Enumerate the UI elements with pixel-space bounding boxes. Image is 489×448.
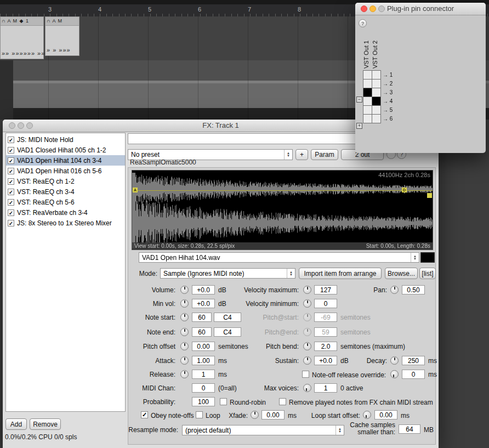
pitch-bend-field[interactable]: 2.0 bbox=[314, 342, 337, 351]
fx-enable-checkbox[interactable]: ✓ bbox=[8, 220, 14, 226]
pin-cell-out1-ch4[interactable] bbox=[363, 97, 372, 106]
pin-cell-out2-ch2[interactable] bbox=[372, 79, 381, 88]
pitch-end-label: Pitch@end: bbox=[178, 328, 299, 336]
pitch-bend-knob[interactable] bbox=[303, 342, 311, 350]
mode-dropdown-stepper-icon[interactable]: ▲▼ bbox=[287, 269, 295, 278]
pin-window-titlebar[interactable]: Plug-in pin connector bbox=[355, 3, 486, 15]
fx-chain-item[interactable]: ✓VST: ReaEQ ch 3-4 bbox=[6, 186, 125, 197]
fx-enable-checkbox[interactable]: ✓ bbox=[8, 209, 14, 216]
pin-cell-out2-ch6[interactable] bbox=[372, 114, 381, 123]
import-item-button[interactable]: Import item from arrange bbox=[299, 268, 382, 279]
noteoff-override-field[interactable]: 0 bbox=[402, 370, 425, 379]
pin-cell-out2-ch5[interactable] bbox=[372, 105, 381, 115]
max-voices-knob[interactable] bbox=[303, 384, 311, 392]
collapse-button[interactable]: − bbox=[356, 97, 362, 103]
list-button[interactable]: [list] bbox=[419, 268, 436, 279]
pitch-start-knob[interactable] bbox=[303, 313, 311, 321]
noteoff-override-knob[interactable] bbox=[390, 370, 399, 378]
pin-output-number: 4 bbox=[390, 98, 393, 104]
pin-cell-out1-ch3[interactable] bbox=[363, 88, 372, 97]
loop-start-knob[interactable] bbox=[363, 411, 371, 419]
fx-chain-item[interactable]: ✓JS: MIDI Note Hold bbox=[6, 134, 125, 145]
fx-enable-checkbox[interactable]: ✓ bbox=[8, 168, 14, 174]
fx-chain-item[interactable]: ✓VST: ReaVerbate ch 3-4 bbox=[6, 207, 125, 218]
loop-start-field[interactable]: 0.00 bbox=[374, 410, 397, 419]
fx-chain-item[interactable]: ✓VST: ReaEQ ch 5-6 bbox=[6, 197, 125, 207]
decay-field[interactable]: 250 bbox=[402, 356, 425, 365]
decay-knob[interactable] bbox=[390, 356, 399, 365]
fx-enable-checkbox[interactable]: ✓ bbox=[8, 189, 14, 195]
media-item[interactable]: ∩ A M » » »»» bbox=[45, 16, 79, 56]
close-icon[interactable] bbox=[9, 122, 15, 129]
waveform-canvas[interactable] bbox=[132, 171, 433, 249]
fx-enable-checkbox[interactable]: ✓ bbox=[8, 178, 14, 185]
fx-enable-checkbox[interactable]: ✓ bbox=[8, 199, 14, 206]
pin-output-number: 6 bbox=[390, 116, 393, 122]
zoom-icon[interactable] bbox=[26, 122, 33, 129]
fx-enable-checkbox[interactable]: ✓ bbox=[8, 137, 14, 143]
probability-field[interactable]: 100 bbox=[192, 397, 215, 406]
pitch-end-knob[interactable] bbox=[303, 328, 311, 336]
fx-chain-item-label: VST: ReaEQ ch 1-2 bbox=[17, 178, 75, 185]
minimize-icon[interactable] bbox=[18, 122, 24, 129]
pin-cell-out2-ch3[interactable] bbox=[372, 88, 381, 97]
expand-button[interactable]: + bbox=[356, 123, 362, 129]
mode-dropdown[interactable]: Sample (Ignores MIDI note)▲▼ bbox=[160, 268, 295, 279]
pitch-end-field[interactable]: 59 bbox=[314, 327, 337, 337]
fx-enable-checkbox[interactable]: ✓ bbox=[8, 157, 14, 164]
close-icon[interactable] bbox=[361, 5, 367, 12]
round-robin-checkbox[interactable] bbox=[220, 398, 227, 405]
zoom-icon[interactable] bbox=[378, 5, 385, 12]
pin-help-button[interactable]: ? bbox=[359, 19, 367, 27]
pin-output-label: → 6 bbox=[383, 116, 393, 122]
sample-color-swatch[interactable] bbox=[420, 252, 435, 263]
release-knob[interactable] bbox=[180, 370, 189, 378]
media-item[interactable]: ∩ A M ◆ 1 »» »»»»»» »» bbox=[0, 16, 44, 59]
pin-output-label: → 3 bbox=[383, 89, 393, 95]
mode-label: Mode: bbox=[37, 270, 157, 277]
remove-played-checkbox[interactable] bbox=[279, 398, 286, 405]
preset-stepper-icon[interactable]: ▲▼ bbox=[284, 150, 292, 160]
velocity-min-knob[interactable] bbox=[303, 299, 311, 308]
pin-cell-out2-ch4[interactable] bbox=[372, 97, 381, 106]
pan-knob[interactable] bbox=[390, 286, 399, 294]
release-field[interactable]: 1 bbox=[192, 370, 215, 379]
pitch-start-field[interactable]: -69 bbox=[314, 313, 337, 322]
pin-cell-out1-ch2[interactable] bbox=[363, 79, 372, 88]
pin-output-number: 1 bbox=[390, 72, 393, 78]
marker-end[interactable] bbox=[427, 193, 432, 198]
cache-field[interactable]: 64 bbox=[399, 424, 420, 434]
media-item-notes: »» »»»»»» »» bbox=[2, 50, 45, 56]
fx-chain-item[interactable]: ✓VAD1 Closed Hihat 005 ch 1-2 bbox=[6, 145, 125, 155]
fx-comment-input[interactable] bbox=[128, 133, 357, 144]
add-fx-button[interactable]: Add bbox=[5, 418, 27, 430]
fx-chain-item[interactable]: ✓VAD1 Open Hihat 016 ch 5-6 bbox=[6, 166, 125, 176]
waveform-display[interactable]: A D 44100Hz 2ch 0.28s View start: 0.00s,… bbox=[132, 170, 433, 250]
remove-fx-button[interactable]: Remove bbox=[30, 418, 61, 430]
pin-cell-out1-ch5[interactable] bbox=[363, 105, 372, 115]
pin-cell-out1-ch1[interactable] bbox=[363, 70, 372, 80]
pin-cell-out2-ch1[interactable] bbox=[372, 70, 381, 80]
param-button[interactable]: Param bbox=[311, 149, 338, 160]
minimize-icon[interactable] bbox=[369, 5, 376, 12]
fx-chain-item[interactable]: ✓VAD1 Open Hihat 104 ch 3-4 bbox=[6, 155, 125, 166]
pin-body: ? VST Out 1 VST Out 2 → 1→ 2→ 3→ 4→ 5→ 6… bbox=[355, 15, 486, 153]
arrow-right-icon: → bbox=[383, 81, 388, 87]
velocity-min-field[interactable]: 0 bbox=[314, 299, 337, 308]
sample-file-dropdown-stepper-icon[interactable]: ▲▼ bbox=[411, 253, 419, 262]
pan-field[interactable]: 0.50 bbox=[402, 285, 425, 294]
max-voices-field[interactable]: 1 bbox=[314, 383, 337, 393]
noteoff-override-checkbox[interactable] bbox=[302, 371, 309, 378]
fx-enable-checkbox[interactable]: ✓ bbox=[8, 147, 14, 154]
sample-file-dropdown[interactable]: VAD1 Open Hihat 104.wav▲▼ bbox=[139, 252, 419, 263]
pin-cell-out1-ch6[interactable] bbox=[363, 114, 372, 123]
cache-unit: MB bbox=[424, 426, 434, 434]
fx-chain-item[interactable]: ✓VST: ReaEQ ch 1-2 bbox=[6, 176, 125, 186]
fx-chain-item-label: VST: ReaEQ ch 5-6 bbox=[17, 199, 75, 206]
fx-chain-item[interactable]: ✓JS: 8x Stereo to 1x Stereo Mixer bbox=[6, 218, 125, 228]
pin-output-label: → 5 bbox=[383, 107, 393, 113]
browse-button[interactable]: Browse... bbox=[385, 268, 418, 279]
preset-save-button[interactable]: + bbox=[295, 149, 308, 160]
marker-decay[interactable]: D bbox=[402, 188, 407, 192]
marker-attack[interactable]: A bbox=[133, 188, 138, 192]
